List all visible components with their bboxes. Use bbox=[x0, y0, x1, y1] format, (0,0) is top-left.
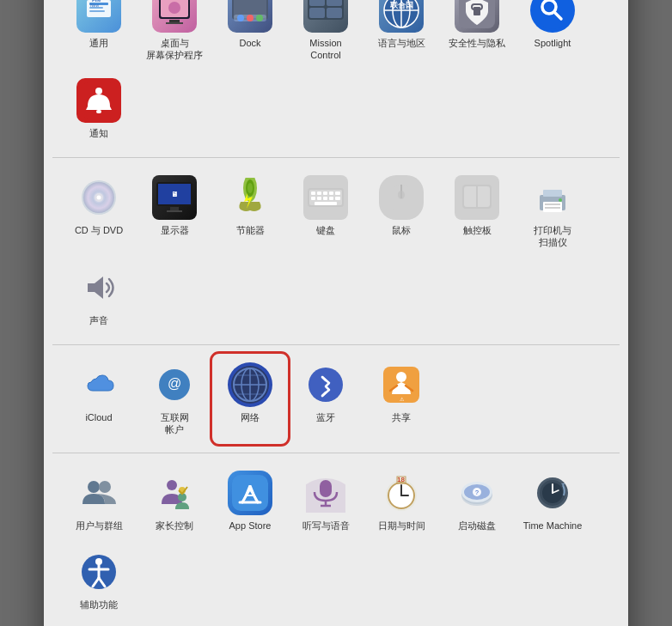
users-label: 用户与群组 bbox=[76, 520, 123, 532]
security-label: 安全性与隐私 bbox=[449, 37, 505, 49]
network-icon bbox=[228, 362, 272, 407]
icon-item-energy[interactable]: 节能器 bbox=[212, 167, 288, 258]
icloud-icon bbox=[76, 362, 121, 407]
svg-rect-10 bbox=[166, 22, 183, 24]
spotlight-icon bbox=[530, 0, 575, 33]
startup-icon: ? bbox=[455, 471, 499, 515]
svg-point-90 bbox=[167, 480, 177, 490]
section-internet: iCloud @ 互联网帐户 bbox=[52, 345, 620, 454]
svg-rect-57 bbox=[317, 197, 321, 200]
icon-item-general[interactable]: File New 通用 bbox=[61, 0, 137, 70]
svg-rect-58 bbox=[323, 197, 327, 200]
icon-item-cd[interactable]: CD 与 DVD bbox=[61, 167, 137, 258]
datetime-label: 日期与时间 bbox=[378, 520, 425, 532]
icon-item-desktop[interactable]: 桌面与屏幕保护程序 bbox=[137, 0, 212, 70]
sound-label: 声音 bbox=[89, 314, 108, 326]
svg-text:联合国: 联合国 bbox=[389, 1, 413, 9]
icloud-label: iCloud bbox=[85, 411, 112, 423]
svg-point-89 bbox=[99, 481, 111, 493]
system-icons-grid: 用户与群组 家长控制 bbox=[52, 462, 620, 619]
parental-icon bbox=[152, 471, 197, 515]
icon-item-bluetooth[interactable]: 蓝牙 bbox=[288, 354, 363, 445]
printer-label: 打印机与扫描仪 bbox=[534, 224, 571, 249]
icon-item-mission[interactable]: MissionControl bbox=[288, 0, 363, 70]
icon-item-appstore[interactable]: A App Store bbox=[212, 462, 288, 540]
mission-label: MissionControl bbox=[309, 37, 341, 62]
icon-item-sound[interactable]: 声音 bbox=[61, 257, 137, 335]
content-area: File New 通用 bbox=[44, 0, 628, 626]
svg-text:🖥: 🖥 bbox=[171, 191, 178, 198]
icon-item-users[interactable]: 用户与群组 bbox=[61, 462, 137, 540]
icon-item-sharing[interactable]: ⚠ 共享 bbox=[363, 354, 439, 445]
svg-point-86 bbox=[396, 372, 406, 382]
personal-icons-grid: File New 通用 bbox=[52, 0, 620, 149]
mission-icon bbox=[303, 0, 348, 33]
svg-rect-36 bbox=[96, 110, 101, 113]
keyboard-label: 键盘 bbox=[316, 224, 335, 236]
svg-point-72 bbox=[559, 198, 562, 202]
svg-rect-56 bbox=[311, 197, 315, 200]
icon-item-mouse[interactable]: 鼠标 bbox=[363, 167, 439, 258]
main-window: 系统偏好设置 ◀ ▶ 全部显示 🔍 bbox=[44, 0, 628, 626]
icon-item-trackpad[interactable]: 触控板 bbox=[439, 167, 515, 258]
svg-rect-54 bbox=[329, 191, 333, 195]
section-system: 用户与群组 家长控制 bbox=[52, 453, 620, 626]
icon-item-spotlight[interactable]: Spotlight bbox=[515, 0, 590, 70]
general-label: 通用 bbox=[89, 37, 108, 49]
section-hardware: CD 与 DVD 🖥 显示器 bbox=[52, 158, 620, 345]
sharing-icon: ⚠ bbox=[379, 362, 424, 407]
hardware-icons-grid: CD 与 DVD 🖥 显示器 bbox=[52, 167, 620, 336]
notification-label: 通知 bbox=[89, 127, 108, 139]
section-personal: File New 通用 bbox=[52, 0, 620, 158]
icon-item-startup[interactable]: ? 启动磁盘 bbox=[439, 462, 515, 540]
icon-item-notification[interactable]: 通知 bbox=[61, 70, 137, 148]
network-label: 网络 bbox=[241, 411, 260, 423]
language-label: 语言与地区 bbox=[378, 37, 425, 49]
desktop-icon bbox=[152, 0, 197, 33]
icon-item-timemachine[interactable]: Time Machine bbox=[515, 462, 590, 540]
svg-rect-9 bbox=[169, 20, 180, 22]
parental-label: 家长控制 bbox=[156, 520, 193, 532]
svg-rect-53 bbox=[323, 191, 327, 195]
timemachine-label: Time Machine bbox=[523, 520, 583, 532]
dock-label: Dock bbox=[239, 37, 260, 49]
internet-label: 互联网帐户 bbox=[161, 411, 189, 436]
dictation-label: 听写与语音 bbox=[302, 520, 350, 532]
icon-item-security[interactable]: 安全性与隐私 bbox=[439, 0, 515, 70]
svg-text:?: ? bbox=[475, 489, 479, 495]
energy-icon bbox=[228, 175, 272, 220]
desktop-label: 桌面与屏幕保护程序 bbox=[146, 37, 203, 62]
energy-label: 节能器 bbox=[236, 224, 265, 236]
svg-point-88 bbox=[88, 481, 100, 493]
svg-rect-60 bbox=[335, 197, 340, 200]
display-label: 显示器 bbox=[161, 224, 189, 236]
icon-item-dock[interactable]: Dock bbox=[212, 0, 288, 70]
icon-item-datetime[interactable]: 18 日期与时间 bbox=[363, 462, 439, 540]
svg-rect-59 bbox=[329, 197, 333, 200]
icon-item-keyboard[interactable]: 键盘 bbox=[288, 167, 363, 258]
icon-item-icloud[interactable]: iCloud bbox=[61, 354, 137, 445]
icon-item-display[interactable]: 🖥 显示器 bbox=[137, 167, 212, 258]
icon-item-parental[interactable]: 家长控制 bbox=[137, 462, 212, 540]
keyboard-icon bbox=[303, 175, 348, 220]
svg-rect-3 bbox=[89, 10, 105, 12]
icon-item-language[interactable]: 联合国 语言与地区 bbox=[363, 0, 439, 70]
svg-rect-21 bbox=[327, 8, 342, 18]
dictation-icon bbox=[303, 471, 348, 515]
svg-rect-52 bbox=[317, 191, 321, 195]
printer-icon bbox=[530, 175, 575, 220]
mouse-label: 鼠标 bbox=[392, 224, 411, 236]
svg-rect-18 bbox=[309, 0, 325, 6]
svg-rect-70 bbox=[545, 204, 560, 205]
svg-text:New: New bbox=[90, 3, 99, 8]
icon-item-accessibility[interactable]: 辅助功能 bbox=[61, 541, 137, 619]
general-icon: File New bbox=[76, 0, 121, 33]
svg-point-31 bbox=[534, 0, 571, 29]
svg-rect-51 bbox=[311, 191, 315, 195]
icon-item-dictation[interactable]: 听写与语音 bbox=[288, 462, 363, 540]
icon-item-internet[interactable]: @ 互联网帐户 bbox=[137, 354, 212, 445]
appstore-icon: A bbox=[228, 471, 272, 515]
icon-item-printer[interactable]: 打印机与扫描仪 bbox=[515, 167, 590, 258]
icon-item-network[interactable]: 网络 bbox=[212, 354, 288, 445]
cd-label: CD 与 DVD bbox=[75, 224, 123, 236]
